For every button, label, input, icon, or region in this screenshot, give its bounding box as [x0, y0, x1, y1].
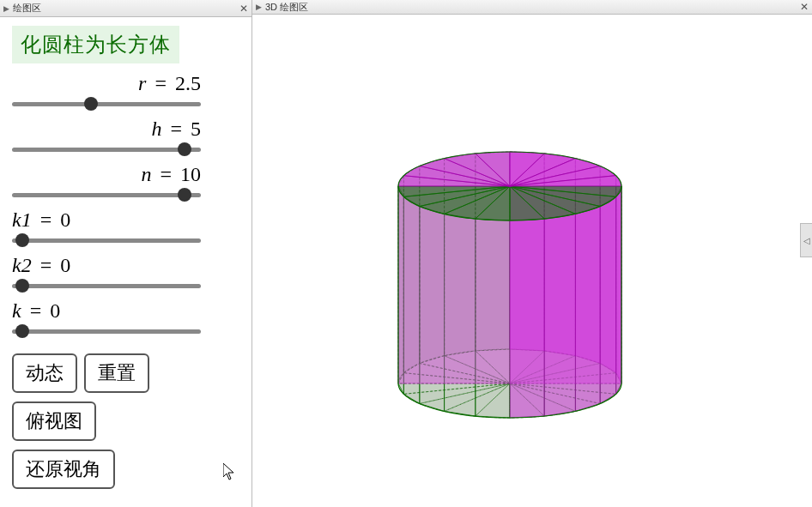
slider-r: r = 2.5 [12, 72, 239, 111]
cylinder-scene[interactable] [252, 15, 810, 504]
slider-label-k: k = 0 [12, 299, 239, 323]
slider-k: k = 0 [12, 299, 239, 338]
graphics-panel-header[interactable]: ▶ 绘图区 ✕ [0, 0, 251, 17]
slider-label-k1: k1 = 0 [12, 208, 239, 232]
3d-graphics-panel: ▶ 3D 绘图区 ✕ ◁ [252, 0, 812, 507]
3d-panel-header[interactable]: ▶ 3D 绘图区 ✕ [252, 0, 812, 15]
slider-thumb-k1[interactable] [15, 233, 29, 247]
reset-button[interactable]: 重置 [84, 353, 149, 393]
slider-track-h[interactable] [12, 142, 239, 156]
3d-viewport[interactable] [252, 15, 812, 507]
slider-k1: k1 = 0 [12, 208, 239, 247]
slider-thumb-k[interactable] [15, 324, 29, 338]
3d-panel-title: 3D 绘图区 [265, 1, 308, 14]
slider-thumb-h[interactable] [178, 142, 191, 156]
side-expand-tab[interactable]: ◁ [800, 223, 812, 257]
restore-view-button[interactable]: 还原视角 [12, 450, 115, 489]
slider-thumb-k2[interactable] [15, 279, 29, 293]
slider-track-k2[interactable] [12, 279, 239, 293]
slider-track-k1[interactable] [12, 233, 239, 247]
slider-thumb-r[interactable] [84, 97, 98, 111]
slider-label-k2: k2 = 0 [12, 254, 239, 277]
slider-label-h: h = 5 [12, 118, 201, 141]
topview-button[interactable]: 俯视图 [12, 401, 96, 441]
slider-h: h = 5 [12, 118, 239, 156]
slider-track-k[interactable] [12, 324, 239, 338]
slider-track-n[interactable] [12, 188, 239, 202]
slider-label-n: n = 10 [12, 163, 201, 186]
slider-track-r[interactable] [12, 97, 239, 111]
close-icon[interactable]: ✕ [239, 3, 248, 15]
slider-thumb-n[interactable] [178, 188, 191, 202]
slider-label-r: r = 2.5 [12, 72, 201, 95]
collapse-triangle-icon[interactable]: ▶ [256, 3, 262, 11]
collapse-triangle-icon[interactable]: ▶ [3, 4, 9, 13]
graphics-panel-title: 绘图区 [13, 2, 41, 15]
animate-button[interactable]: 动态 [12, 353, 77, 393]
slider-k2: k2 = 0 [12, 254, 239, 293]
slider-n: n = 10 [12, 163, 239, 202]
close-icon[interactable]: ✕ [800, 1, 809, 13]
graphics-panel: ▶ 绘图区 ✕ 化圆柱为长方体 r = 2.5h = 5n = 10k1 = 0… [0, 0, 252, 507]
controls-area: 化圆柱为长方体 r = 2.5h = 5n = 10k1 = 0k2 = 0k … [0, 17, 251, 507]
page-title: 化圆柱为长方体 [12, 26, 179, 63]
